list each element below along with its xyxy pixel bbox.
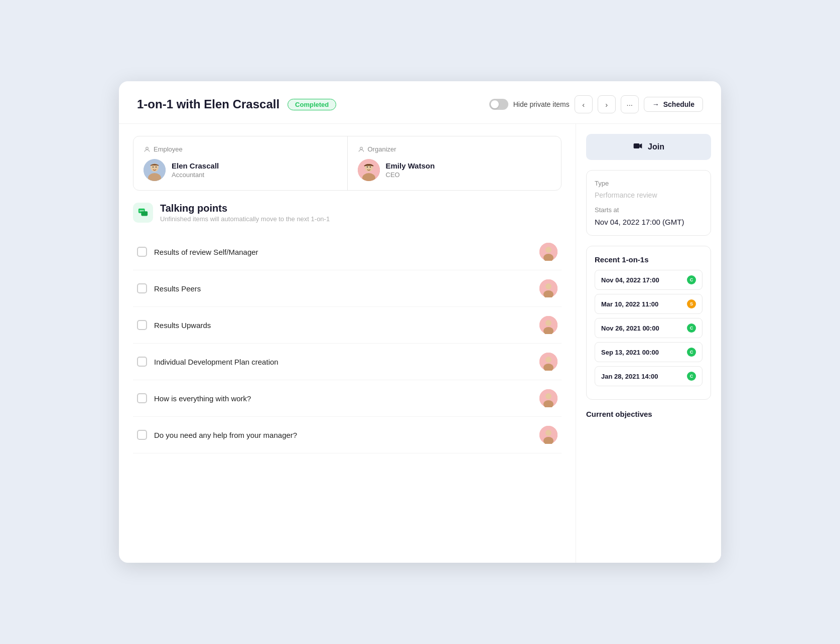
agenda-checkbox-1[interactable] [137,247,147,257]
talking-points-subtitle: Unfinished items will automatically move… [160,215,330,223]
recent-item-5[interactable]: Jan 28, 2021 14:00 C [595,366,703,386]
main-content: Employee [119,124,721,563]
arrow-right-icon: → [652,100,659,108]
agenda-checkbox-2[interactable] [137,283,147,293]
chevron-right-icon: › [605,100,608,109]
recent-date-5: Jan 28, 2021 14:00 [601,373,658,380]
objectives-title: Current objectives [586,410,711,418]
join-label: Join [648,142,664,151]
recent-item-4[interactable]: Sep 13, 2021 00:00 C [595,342,703,362]
agenda-avatar-2 [539,279,557,297]
svg-marker-36 [639,143,642,148]
svg-rect-35 [634,143,640,148]
page-title: 1-on-1 with Elen Crascall [137,97,279,111]
employee-label: Employee [144,145,337,153]
status-badge: Completed [288,99,336,110]
recent-date-3: Nov 26, 2021 00:00 [601,325,659,332]
agenda-item: Results of review Self/Manager [133,234,562,270]
agenda-text-1: Results of review Self/Manager [154,248,532,256]
chat-icon [137,207,149,218]
schedule-button[interactable]: → → Schedule Schedule [644,97,703,112]
starts-at-label: Starts at [595,206,703,214]
person-icon [358,146,365,153]
svg-point-4 [153,167,154,168]
more-icon: ··· [626,100,633,109]
svg-point-11 [369,167,370,168]
employee-avatar-svg [144,159,166,181]
app-container: 1-on-1 with Elen Crascall Completed Hide… [119,81,721,563]
employee-name: Elen Crascall [172,162,219,170]
chevron-left-icon: ‹ [582,100,585,109]
type-value: Performance review [595,191,703,199]
agenda-avatar-6 [539,426,557,444]
employee-role: Accountant [172,171,219,179]
agenda-text-3: Results Upwards [154,321,532,330]
recent-item-2[interactable]: Mar 10, 2022 11:00 S [595,294,703,314]
organizer-role: CEO [386,171,435,179]
agenda-avatar-4 [539,353,557,371]
video-icon [633,141,643,153]
nav-prev-button[interactable]: ‹ [575,95,593,113]
nav-next-button[interactable]: › [598,95,616,113]
recent-1on1s-section: Recent 1-on-1s Nov 04, 2022 17:00 C Mar … [586,246,711,400]
agenda-checkbox-4[interactable] [137,357,147,367]
svg-point-5 [156,167,157,168]
agenda-checkbox-6[interactable] [137,430,147,440]
type-section: Type Performance review Starts at Nov 04… [586,170,711,236]
recent-status-dot-2: S [687,299,696,308]
employee-col: Employee [133,136,348,190]
header: 1-on-1 with Elen Crascall Completed Hide… [119,81,721,124]
organizer-details: Emily Watson CEO [386,162,435,179]
talking-points-text: Talking points Unfinished items will aut… [160,203,330,223]
organizer-name: Emily Watson [386,162,435,170]
svg-point-15 [141,210,142,211]
hide-private-toggle[interactable] [489,99,508,110]
employee-avatar [144,159,166,181]
svg-point-33 [545,430,551,436]
svg-point-24 [545,320,551,326]
talking-points-header: Talking points Unfinished items will aut… [133,203,562,223]
person-icon [144,146,151,153]
recent-status-dot-4: C [687,348,696,357]
agenda-item: How is everything with work? [133,380,562,417]
svg-point-10 [366,167,367,168]
talking-points-icon [133,203,153,223]
agenda-item: Results Peers [133,270,562,307]
agenda-checkbox-3[interactable] [137,320,147,330]
hide-private-label: Hide private items [513,100,570,108]
join-button[interactable]: Join [586,134,711,160]
agenda-text-6: Do you need any help from your manager? [154,431,532,439]
svg-point-0 [146,147,149,149]
svg-point-21 [545,283,551,289]
svg-point-30 [545,393,551,399]
agenda-checkbox-5[interactable] [137,393,147,403]
organizer-col: Organizer [348,136,562,190]
left-panel: Employee [119,124,576,563]
agenda-item: Do you need any help from your manager? [133,417,562,453]
recent-item-1[interactable]: Nov 04, 2022 17:00 C [595,270,703,290]
agenda-item: Results Upwards [133,307,562,344]
organizer-avatar-svg [358,159,380,181]
hide-private-toggle-container: Hide private items [489,99,570,110]
agenda-avatar-5 [539,389,557,407]
people-row: Employee [133,136,562,191]
recent-date-4: Sep 13, 2021 00:00 [601,349,659,356]
employee-details: Elen Crascall Accountant [172,162,219,179]
more-options-button[interactable]: ··· [621,95,639,113]
agenda-text-2: Results Peers [154,284,532,293]
svg-point-18 [545,247,551,253]
agenda-avatar-3 [539,316,557,334]
recent-1on1s-title: Recent 1-on-1s [595,255,703,264]
organizer-info: Emily Watson CEO [358,159,551,181]
right-panel: Join Type Performance review Starts at N… [576,124,721,563]
objectives-section: Current objectives [586,410,711,424]
recent-status-dot-3: C [687,324,696,333]
recent-date-2: Mar 10, 2022 11:00 [601,300,658,308]
recent-status-dot-5: C [687,372,696,381]
agenda-list: Results of review Self/Manager Results P… [133,234,562,453]
employee-info: Elen Crascall Accountant [144,159,337,181]
svg-point-14 [139,210,141,211]
organizer-avatar [358,159,380,181]
recent-item-3[interactable]: Nov 26, 2021 00:00 C [595,318,703,338]
agenda-item: Individual Development Plan creation [133,344,562,380]
